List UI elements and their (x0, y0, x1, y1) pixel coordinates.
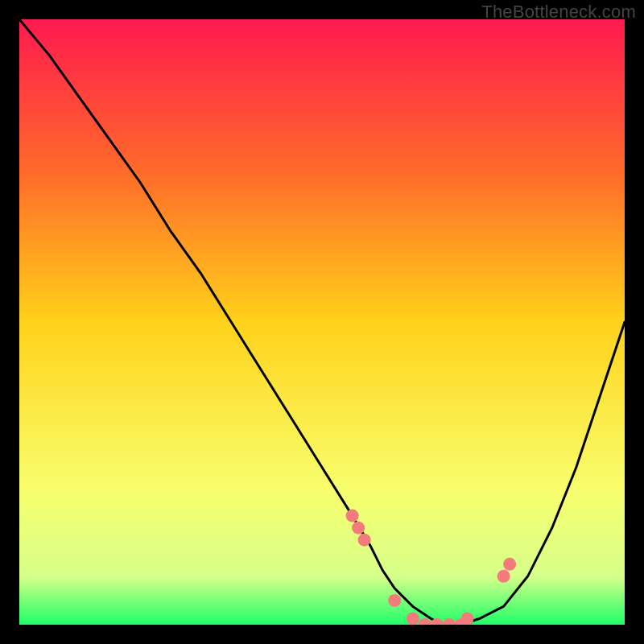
marker-point (352, 522, 365, 535)
marker-point (461, 613, 474, 625)
marker-point (503, 558, 516, 571)
marker-point (358, 534, 371, 547)
chart-frame (19, 19, 625, 625)
chart-svg (19, 19, 625, 625)
marker-point (497, 570, 510, 583)
marker-point (346, 510, 359, 522)
marker-point (388, 594, 401, 607)
marker-point (407, 613, 419, 625)
gradient-rect (19, 19, 625, 625)
